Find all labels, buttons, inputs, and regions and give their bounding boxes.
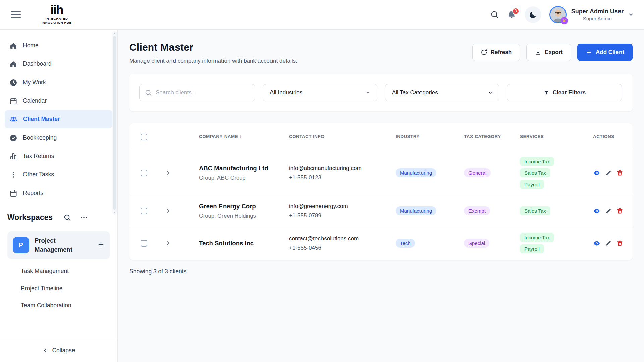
- expand-row-button[interactable]: [164, 239, 172, 247]
- collapse-sidebar-button[interactable]: Collapse: [0, 339, 117, 362]
- workspace-name: Project Management: [35, 236, 85, 254]
- service-badge: Sales Tax: [520, 206, 550, 215]
- sidebar-item-calendar[interactable]: Calendar: [5, 92, 113, 110]
- workspace-link-task-management[interactable]: Task Management: [21, 268, 110, 275]
- clear-filters-button[interactable]: Clear Filters: [507, 84, 622, 101]
- contact-email: contact@techsolutions.com: [289, 235, 384, 242]
- workspace-search-button[interactable]: [63, 214, 71, 221]
- select-all-checkbox[interactable]: [141, 134, 147, 140]
- column-header-industry[interactable]: Industry: [384, 133, 452, 140]
- column-header-tax-category[interactable]: Tax Category: [452, 133, 508, 140]
- scroll-down-arrow[interactable]: ▼: [112, 211, 117, 214]
- expand-row-button[interactable]: [164, 207, 172, 215]
- clients-table: Company Name ↑ Contact Info Industry Tax…: [129, 123, 633, 260]
- column-header-services[interactable]: Services: [508, 133, 581, 140]
- pencil-icon: [605, 208, 612, 214]
- row-checkbox[interactable]: [141, 170, 147, 176]
- service-badge: Payroll: [520, 244, 544, 253]
- industry-filter-select[interactable]: All Industries: [263, 84, 377, 101]
- row-checkbox[interactable]: [141, 208, 147, 214]
- sidebar-item-bookkeeping[interactable]: Bookkeeping: [5, 128, 113, 147]
- add-workspace-button[interactable]: [97, 241, 105, 249]
- company-name: Tech Solutions Inc: [199, 240, 277, 247]
- workspace-avatar: P: [13, 237, 29, 253]
- view-client-button[interactable]: [593, 169, 600, 177]
- moon-icon: [529, 10, 537, 19]
- refresh-button[interactable]: Refresh: [472, 44, 520, 61]
- expand-row-button[interactable]: [164, 169, 172, 177]
- delete-client-button[interactable]: [616, 208, 623, 214]
- export-button[interactable]: Export: [526, 44, 571, 61]
- workspace-link-project-timeline[interactable]: Project Timeline: [21, 285, 110, 292]
- delete-client-button[interactable]: [616, 170, 623, 176]
- tax-category-filter-select[interactable]: All Tax Categories: [385, 84, 499, 101]
- chevron-down-icon: [628, 12, 634, 18]
- edit-client-button[interactable]: [605, 208, 612, 214]
- sidebar-item-home[interactable]: Home: [5, 36, 113, 55]
- company-group: Group: Green Holdings: [199, 213, 277, 219]
- industry-badge: Manufacturing: [396, 168, 436, 177]
- sidebar-item-other-tasks[interactable]: Other Tasks: [5, 165, 113, 184]
- contact-email: info@greenenergy.com: [289, 203, 384, 210]
- company-name: Green Energy Corp: [199, 203, 277, 210]
- contact-phone: +1-555-0789: [289, 212, 384, 219]
- sidebar-scrollbar[interactable]: ▲ ▼: [112, 31, 117, 215]
- pencil-icon: [605, 170, 612, 176]
- add-client-button[interactable]: Add Client: [577, 44, 633, 61]
- sidebar-item-client-master[interactable]: Client Master: [5, 110, 113, 128]
- column-header-contact[interactable]: Contact Info: [277, 133, 384, 140]
- scroll-up-arrow[interactable]: ▲: [112, 32, 117, 35]
- chevron-down-icon: [488, 90, 493, 95]
- scrollbar-thumb[interactable]: [113, 36, 116, 210]
- filter-icon: [543, 90, 549, 96]
- service-badge: Income Tax: [520, 233, 554, 242]
- clock-icon: [9, 79, 17, 87]
- user-menu[interactable]: ♛ Super Admin User Super Admin: [549, 6, 634, 23]
- workspaces-title: Workspaces: [7, 213, 53, 222]
- home-icon: [9, 60, 17, 68]
- workspaces-section: Workspaces P Project Management Task Man…: [0, 204, 117, 309]
- filter-bar: All Industries All Tax Categories Clear …: [129, 74, 633, 111]
- plus-icon: [97, 241, 105, 248]
- dots-vertical-icon: [9, 171, 17, 179]
- eye-icon: [593, 240, 600, 247]
- sidebar-item-reports[interactable]: Reports: [5, 184, 113, 202]
- sort-asc-icon: ↑: [239, 134, 242, 139]
- page-subtitle: Manage client and company information wi…: [129, 58, 297, 64]
- menu-toggle-icon[interactable]: [11, 11, 21, 18]
- industry-badge: Manufacturing: [396, 206, 436, 215]
- view-client-button[interactable]: [593, 207, 600, 215]
- calendar-icon: [9, 189, 17, 197]
- edit-client-button[interactable]: [605, 240, 612, 247]
- workspace-item-project-management[interactable]: P Project Management: [7, 231, 110, 259]
- workspace-link-team-collaboration[interactable]: Team Collaboration: [21, 302, 110, 309]
- dark-mode-toggle[interactable]: [525, 6, 541, 23]
- tax-category-badge: Exempt: [464, 206, 490, 215]
- edit-client-button[interactable]: [605, 170, 612, 176]
- eye-icon: [593, 169, 600, 177]
- service-badge: Payroll: [520, 180, 544, 189]
- delete-client-button[interactable]: [616, 240, 623, 247]
- notifications-button[interactable]: 3: [507, 10, 516, 19]
- table-header-row: Company Name ↑ Contact Info Industry Tax…: [129, 123, 633, 150]
- sidebar-item-dashboard[interactable]: Dashboard: [5, 55, 113, 73]
- sidebar-item-my-work[interactable]: My Work: [5, 73, 113, 92]
- company-name: ABC Manufacturing Ltd: [199, 165, 277, 172]
- column-header-company[interactable]: Company Name ↑: [187, 133, 277, 140]
- tax-category-badge: General: [464, 168, 491, 177]
- search-icon: [490, 10, 499, 19]
- company-group: Group: ABC Group: [199, 175, 277, 181]
- view-client-button[interactable]: [593, 240, 600, 247]
- contact-email: info@abcmanufacturing.com: [289, 165, 384, 172]
- sidebar-item-tax-returns[interactable]: Tax Returns: [5, 147, 113, 165]
- download-icon: [535, 49, 541, 56]
- search-clients-input[interactable]: [139, 84, 255, 101]
- service-badge: Sales Tax: [520, 168, 550, 177]
- trash-icon: [616, 170, 623, 176]
- workspace-more-button[interactable]: [80, 214, 88, 222]
- contact-phone: +1-555-0123: [289, 174, 384, 181]
- row-checkbox[interactable]: [141, 240, 147, 247]
- pencil-icon: [605, 240, 612, 247]
- global-search-button[interactable]: [490, 10, 499, 19]
- service-badge: Income Tax: [520, 157, 554, 166]
